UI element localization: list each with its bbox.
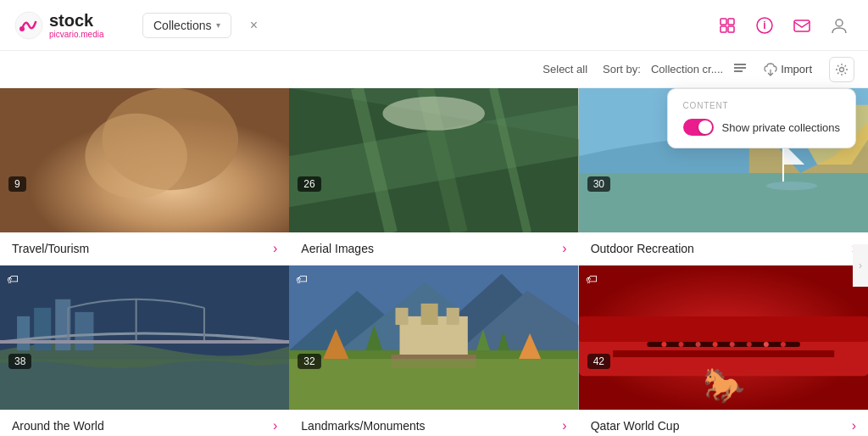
collection-title: Around the World (12, 419, 104, 433)
svg-rect-41 (421, 304, 438, 325)
list-item[interactable]: 🏷 32 Landmarks/Monuments › (289, 266, 578, 436)
sort-value[interactable]: Collection cr.... (651, 63, 723, 75)
toggle-knob (698, 120, 712, 134)
info-button[interactable]: i (749, 10, 780, 41)
arrow-right-icon: › (562, 418, 566, 433)
collection-label: Landmarks/Monuments › (289, 410, 578, 436)
logo-icon (14, 10, 44, 41)
svg-point-25 (766, 182, 817, 190)
collection-thumbnail: 🐎 🏷 42 (579, 266, 868, 410)
svg-point-56 (781, 342, 786, 347)
gear-icon (835, 63, 849, 76)
select-all-button[interactable]: Select all (537, 59, 593, 79)
count-badge: 38 (8, 354, 31, 369)
logo: stock picvario.media (14, 10, 132, 41)
list-item[interactable]: 9 Travel/Tourism › (0, 88, 289, 266)
bookmark-icon: 🏷 (586, 272, 598, 286)
svg-rect-47 (613, 350, 834, 357)
show-private-toggle[interactable] (683, 119, 714, 136)
svg-rect-5 (728, 26, 734, 32)
mail-icon (793, 16, 811, 35)
chevron-right-icon: › (859, 260, 862, 271)
collection-label: Qatar World Cup › (579, 410, 868, 436)
count-badge: 9 (8, 176, 26, 192)
list-item[interactable]: 🏷 38 Around the World › (0, 266, 289, 436)
svg-point-53 (729, 342, 734, 347)
around-image (0, 266, 289, 410)
collection-label: Around the World › (0, 410, 289, 436)
collection-title: Outdoor Recreation (591, 242, 694, 255)
collection-title: Travel/Tourism (12, 242, 89, 255)
collection-label: Travel/Tourism › (0, 232, 289, 266)
svg-rect-29 (34, 308, 51, 350)
sort-by-label: Sort by: (603, 63, 641, 75)
svg-rect-39 (396, 308, 409, 325)
qatar-image: 🐎 (579, 266, 868, 410)
close-icon: × (250, 18, 258, 33)
collection-label: Aerial Images › (289, 232, 578, 266)
collections-dropdown[interactable]: Collections ▾ (142, 13, 231, 38)
bookmark-icon: 🏷 (296, 272, 308, 286)
svg-point-1 (19, 26, 25, 31)
sort-lines-icon[interactable] (733, 61, 747, 77)
collection-title: Landmarks/Monuments (301, 419, 425, 433)
sort-lines-svg (733, 61, 747, 75)
travel-image (0, 88, 289, 232)
collection-title: Aerial Images (301, 242, 374, 255)
arrow-right-icon: › (562, 241, 566, 256)
user-button[interactable] (824, 10, 854, 41)
landmarks-image (289, 266, 578, 410)
logo-sub-text: picvario.media (49, 30, 103, 39)
bookmark-icon: 🏷 (7, 272, 19, 286)
show-private-row: Show private collections (683, 119, 840, 136)
collection-thumbnail: 🏷 32 (289, 266, 578, 410)
grid-view-button[interactable] (712, 10, 743, 41)
list-item[interactable]: 🐎 🏷 42 Qatar World Cup › (579, 266, 868, 436)
svg-text:🐎: 🐎 (702, 365, 745, 405)
info-icon: i (755, 16, 774, 35)
svg-point-50 (678, 342, 683, 347)
svg-rect-3 (728, 19, 734, 25)
list-item[interactable]: 26 Aerial Images › (289, 88, 578, 266)
svg-rect-46 (579, 316, 868, 342)
svg-rect-4 (721, 26, 726, 32)
svg-rect-48 (647, 342, 800, 347)
collection-thumbnail: 9 (0, 88, 289, 232)
svg-point-19 (383, 97, 485, 131)
svg-point-54 (746, 342, 751, 347)
svg-point-51 (695, 342, 700, 347)
import-cloud-icon (764, 63, 777, 76)
arrow-right-icon: › (273, 241, 277, 256)
svg-rect-2 (721, 19, 726, 25)
svg-point-16 (85, 114, 186, 198)
count-badge: 26 (298, 176, 320, 192)
toolbar: Select all Sort by: Collection cr.... Im… (0, 51, 868, 88)
svg-point-13 (840, 67, 844, 71)
search-clear-button[interactable]: × (242, 14, 265, 37)
arrow-right-icon: › (852, 418, 856, 433)
svg-point-49 (661, 342, 666, 347)
arrow-right-icon: › (273, 418, 277, 433)
collection-thumbnail: 26 (289, 88, 578, 232)
logo-text: stock picvario.media (49, 11, 103, 39)
svg-point-9 (836, 20, 843, 26)
settings-button[interactable] (829, 57, 854, 82)
svg-rect-28 (17, 316, 30, 350)
user-icon (830, 16, 849, 35)
settings-content-label: CONTENT (683, 101, 840, 110)
chevron-down-icon: ▾ (216, 20, 220, 30)
aerial-image (289, 88, 578, 232)
mail-button[interactable] (787, 10, 817, 41)
logo-stock-text: stock (49, 11, 103, 30)
count-badge: 30 (587, 176, 610, 192)
svg-rect-40 (447, 308, 459, 325)
next-page-arrow[interactable]: › (853, 244, 868, 287)
count-badge: 42 (587, 354, 610, 369)
import-button[interactable]: Import (757, 59, 819, 80)
svg-point-55 (764, 342, 769, 347)
header-icons: i (712, 10, 854, 41)
svg-text:i: i (763, 20, 765, 31)
collection-title: Qatar World Cup (591, 419, 680, 433)
svg-rect-8 (794, 20, 810, 31)
count-badge: 32 (298, 354, 320, 369)
